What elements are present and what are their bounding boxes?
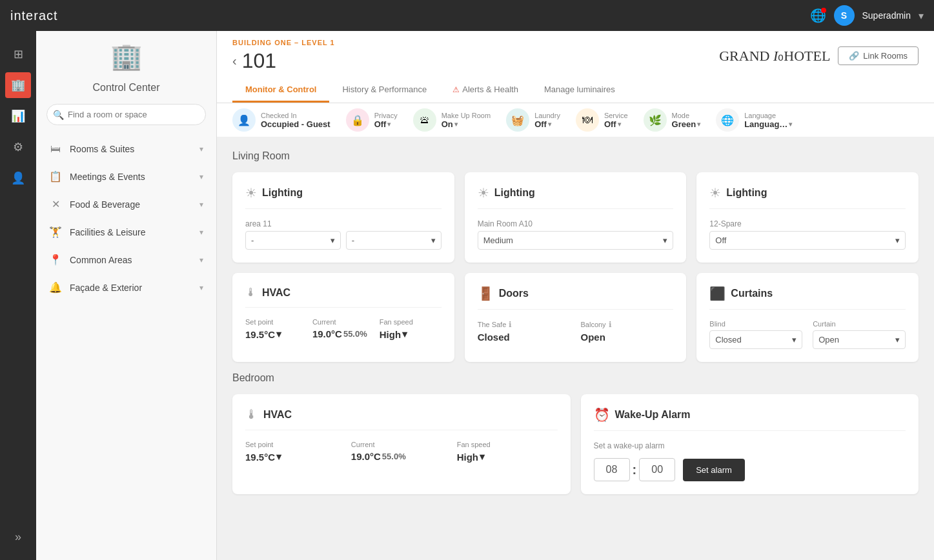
set-alarm-button[interactable]: Set alarm <box>683 459 745 481</box>
link-icon: 🔗 <box>849 51 859 61</box>
lighting1-select2[interactable]: - ▾ <box>346 231 442 250</box>
alarm-separator: : <box>633 463 637 477</box>
doors-icon: 🚪 <box>478 286 494 301</box>
lighting-card-1: ☀ Lighting area 11 - ▾ - ▾ <box>232 172 454 263</box>
hvac-title: HVAC <box>262 287 290 299</box>
user-name: Superadmin <box>862 10 911 21</box>
sidebar-label-meetings: Meetings & Events <box>70 172 145 182</box>
icon-bar-sliders[interactable]: ⚙ <box>5 134 31 160</box>
icon-bar-people[interactable]: 👤 <box>5 165 31 191</box>
sidebar-item-facilities[interactable]: 🏋 Facilities & Leisure ▾ <box>36 218 216 246</box>
lighting3-icon: ☀ <box>709 185 721 201</box>
bedroom-fanspeed-arrow[interactable]: ▾ <box>480 451 485 463</box>
service-value: Off ▾ <box>604 119 628 129</box>
breadcrumb: BUILDING ONE – LEVEL 1 <box>232 39 335 46</box>
language-value: Languag… ▾ <box>744 119 792 129</box>
tab-history[interactable]: History & Performance <box>329 78 440 103</box>
tab-luminaires[interactable]: Manage luminaires <box>531 78 628 103</box>
notification-dot <box>821 8 826 13</box>
link-rooms-label: Link Rooms <box>863 51 908 61</box>
globe-icon-container[interactable]: 🌐 <box>810 8 826 23</box>
sidebar-label-facilities: Facilities & Leisure <box>70 227 146 237</box>
icon-bar-grid[interactable]: ⊞ <box>5 41 31 67</box>
rooms-icon: 🛏 <box>49 143 62 155</box>
lighting3-arrow: ▾ <box>895 235 900 245</box>
lighting2-select[interactable]: Medium ▾ <box>478 231 674 250</box>
rooms-chevron: ▾ <box>199 145 203 154</box>
hvac-fanspeed: Fan speed High ▾ <box>380 318 442 340</box>
bedroom-hvac-fanspeed: Fan speed High ▾ <box>457 441 558 463</box>
alarm-hour-input[interactable] <box>594 458 630 481</box>
checked-in-icon: 👤 <box>232 108 256 132</box>
lighting2-value: Medium <box>483 235 513 245</box>
wakeup-card: ⏰ Wake-Up Alarm Set a wake-up alarm : Se… <box>581 394 919 494</box>
lighting1-val2: - <box>352 235 354 245</box>
curtain-arrow: ▾ <box>895 335 900 345</box>
lighting3-select[interactable]: Off ▾ <box>709 231 906 250</box>
hvac-fanspeed-value: High <box>380 329 401 340</box>
bedroom-setpoint-arrow[interactable]: ▾ <box>276 451 281 463</box>
status-mode[interactable]: 🌿 Mode Green ▾ <box>644 108 701 132</box>
sidebar-item-common[interactable]: 📍 Common Areas ▾ <box>36 246 216 274</box>
meetings-chevron: ▾ <box>199 172 203 181</box>
door-safe-label: The Safe ℹ <box>478 320 571 329</box>
laundry-value: Off ▾ <box>534 119 560 129</box>
hvac-fanspeed-label: Fan speed <box>380 318 442 326</box>
sidebar-item-food[interactable]: ✕ Food & Beverage ▾ <box>36 190 216 218</box>
user-avatar[interactable]: S <box>834 5 855 26</box>
bedroom-hvac-title: HVAC <box>263 409 292 421</box>
tab-alerts[interactable]: ⚠ Alerts & Health <box>440 78 531 103</box>
sidebar-building-icon: 🏢 <box>36 41 216 72</box>
status-language[interactable]: 🌐 Language Languag… ▾ <box>716 108 792 132</box>
facilities-chevron: ▾ <box>199 228 203 237</box>
sidebar-item-meetings[interactable]: 📋 Meetings & Events ▾ <box>36 163 216 190</box>
sidebar-item-rooms[interactable]: 🛏 Rooms & Suites ▾ <box>36 135 216 163</box>
room-number: ‹ 101 <box>232 49 335 73</box>
hvac-current: Current 19.0°C 55.0% <box>312 318 374 340</box>
alarm-minute-input[interactable] <box>639 458 675 481</box>
lighting1-select1[interactable]: - ▾ <box>245 231 341 250</box>
lighting3-title: Lighting <box>726 187 767 199</box>
facilities-icon: 🏋 <box>49 226 62 238</box>
status-makeup[interactable]: 🛎 Make Up Room On ▾ <box>413 108 491 132</box>
bedroom-current-value: 19.0°C <box>351 451 381 462</box>
icon-bar-building[interactable]: 🏢 <box>5 72 31 98</box>
sidebar-item-facade[interactable]: 🔔 Façade & Exterior ▾ <box>36 274 216 301</box>
hvac-setpoint-arrow[interactable]: ▾ <box>276 328 281 340</box>
hvac-current-label: Current <box>312 318 374 326</box>
bedroom-fanspeed-value: High <box>457 452 478 463</box>
hvac-setpoint-value: 19.5°C <box>245 329 275 340</box>
hvac-current-value: 19.0°C <box>312 328 342 339</box>
blind-select[interactable]: Closed ▾ <box>709 330 802 349</box>
search-input[interactable] <box>46 104 206 125</box>
language-icon: 🌐 <box>716 108 739 132</box>
meetings-icon: 📋 <box>49 170 62 183</box>
curtains-title: Curtains <box>731 288 773 299</box>
hvac-card-living: 🌡 HVAC Set point 19.5°C ▾ <box>232 273 454 362</box>
link-rooms-button[interactable]: 🔗 Link Rooms <box>838 46 919 65</box>
curtain-select[interactable]: Open ▾ <box>813 330 906 349</box>
sidebar: 🏢 Control Center 🔍 🛏 Rooms & Suites ▾ 📋 … <box>36 31 217 560</box>
tab-monitor[interactable]: Monitor & Control <box>232 78 329 103</box>
sidebar-label-common: Common Areas <box>70 255 132 265</box>
app-logo: interact <box>10 8 58 23</box>
room-header-row: BUILDING ONE – LEVEL 1 ‹ 101 GRAND I₀HOT… <box>232 39 919 73</box>
back-arrow[interactable]: ‹ <box>232 54 237 68</box>
status-service[interactable]: 🍽 Service Off ▾ <box>576 108 628 132</box>
icon-bar-chart[interactable]: 📊 <box>5 103 31 129</box>
icon-bar-collapse[interactable]: » <box>5 524 31 550</box>
hvac-fanspeed-arrow[interactable]: ▾ <box>402 328 407 340</box>
door-safe-value: Closed <box>478 332 571 343</box>
privacy-label: Privacy <box>374 112 398 119</box>
food-chevron: ▾ <box>199 200 203 209</box>
common-chevron: ▾ <box>199 255 203 265</box>
status-privacy[interactable]: 🔒 Privacy Off ▾ <box>346 108 398 132</box>
service-icon: 🍽 <box>576 108 599 132</box>
laundry-icon: 🧺 <box>506 108 529 132</box>
hvac-card-bedroom: 🌡 HVAC Set point 19.5°C ▾ <box>232 394 571 494</box>
status-laundry[interactable]: 🧺 Laundry Off ▾ <box>506 108 560 132</box>
mode-value: Green ▾ <box>672 119 701 129</box>
mode-icon: 🌿 <box>644 108 667 132</box>
door-balcony-label: Balcony ℹ <box>580 320 673 329</box>
user-dropdown-arrow[interactable]: ▾ <box>919 10 924 22</box>
